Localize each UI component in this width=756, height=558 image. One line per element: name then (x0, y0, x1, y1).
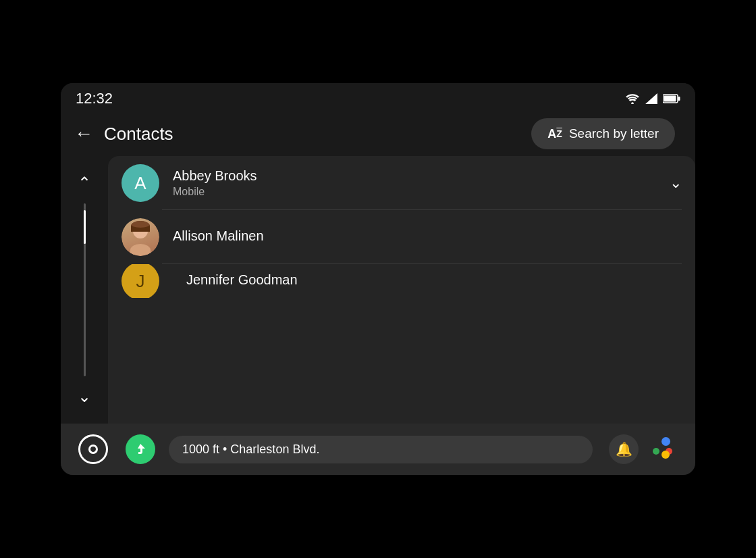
back-button[interactable]: ← (74, 123, 93, 145)
svg-rect-3 (678, 97, 680, 101)
status-icons (625, 93, 680, 104)
header-row: ← Contacts AZ Search by letter (61, 111, 695, 156)
navigation-direction-button[interactable] (119, 430, 159, 468)
nav-direction-icon (126, 434, 155, 464)
nav-bar: 1000 ft • Charleston Blvd. 🔔 (61, 424, 695, 475)
main-area: ← Contacts AZ Search by letter ⌃ ⌄ (61, 111, 695, 424)
home-circle-icon (78, 434, 108, 464)
avatar-jennifer: J (122, 264, 159, 298)
scroll-down-button[interactable]: ⌄ (72, 382, 97, 411)
svg-marker-1 (645, 93, 657, 104)
svg-point-0 (631, 102, 634, 104)
signal-icon (644, 93, 659, 104)
status-bar: 12:32 (61, 83, 695, 111)
contact-info-jennifer: Jennifer Goodman (186, 272, 682, 290)
header-left: ← Contacts (74, 123, 173, 145)
scroll-track (84, 203, 86, 376)
home-button[interactable] (74, 430, 112, 468)
bell-icon-container: 🔔 (609, 434, 639, 464)
scroll-thumb (84, 210, 86, 244)
avatar-abbey: A (122, 164, 159, 202)
expand-icon-abbey[interactable]: ⌄ (670, 174, 682, 192)
device-frame: 12:32 ← Con (61, 83, 695, 475)
wifi-icon (625, 93, 640, 104)
scroll-indicator: ⌃ ⌄ (61, 156, 108, 424)
contact-info-abbey: Abbey Brooks Mobile (173, 168, 663, 198)
contact-info-allison: Allison Malinen (173, 228, 682, 246)
contact-name-abbey: Abbey Brooks (173, 168, 663, 184)
content-row: ⌃ ⌄ A Abbey Brooks Mobile ⌄ (61, 156, 695, 424)
search-by-letter-button[interactable]: AZ Search by letter (531, 118, 675, 149)
status-time: 12:32 (76, 90, 113, 107)
dot-yellow (662, 451, 670, 459)
bell-icon: 🔔 (616, 441, 632, 457)
page-title: Contacts (104, 124, 173, 145)
az-icon: AZ (547, 127, 562, 141)
search-by-letter-label: Search by letter (569, 126, 659, 141)
svg-rect-4 (664, 96, 676, 102)
contact-name-jennifer: Jennifer Goodman (186, 272, 682, 288)
contacts-list: A Abbey Brooks Mobile ⌄ (108, 156, 695, 424)
contact-item-abbey[interactable]: A Abbey Brooks Mobile ⌄ (108, 156, 695, 210)
google-assistant-button[interactable] (649, 433, 682, 465)
avatar-letter-abbey: A (134, 173, 146, 194)
dot-blue (662, 437, 670, 446)
google-dots-container (653, 437, 678, 461)
dot-green (653, 448, 659, 455)
contact-name-allison: Allison Malinen (173, 228, 682, 244)
contact-item-jennifer[interactable]: J Jennifer Goodman (108, 264, 695, 298)
turn-icon (133, 442, 148, 457)
scroll-up-button[interactable]: ⌃ (72, 168, 97, 198)
home-dot-icon (88, 445, 98, 454)
bell-button[interactable]: 🔔 (602, 430, 643, 468)
nav-instruction: 1000 ft • Charleston Blvd. (169, 436, 593, 463)
contact-sub-abbey: Mobile (173, 186, 663, 198)
battery-icon (663, 93, 680, 104)
contact-item-allison[interactable]: Allison Malinen (108, 210, 695, 264)
avatar-allison (122, 218, 159, 256)
